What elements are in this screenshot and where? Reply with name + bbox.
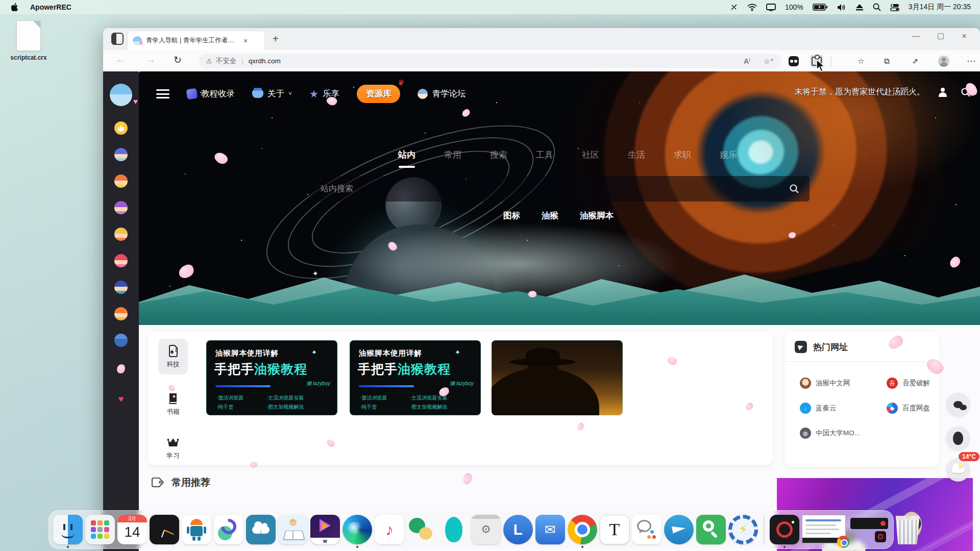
qq-contact-button[interactable] [946, 427, 970, 450]
address-bar[interactable]: ⚠ 不安全 | qxrdh.com A⁾ ☆⁺ [199, 54, 781, 68]
avatar-kid-blonde[interactable] [114, 228, 128, 241]
status-crossed-icon[interactable] [730, 2, 738, 12]
battery-icon[interactable] [813, 2, 828, 12]
photo-card[interactable] [492, 340, 623, 415]
site-search-box[interactable] [309, 176, 810, 202]
dock-messages-icon[interactable] [407, 515, 436, 544]
dock-qq-icon[interactable] [439, 515, 469, 544]
avatar-boy-navy[interactable] [114, 281, 128, 294]
tab-life[interactable]: 生活 [626, 149, 647, 161]
login-icon[interactable] [938, 88, 947, 97]
tab-search[interactable]: 搜索 [488, 149, 509, 161]
desktop-file-scriptcat[interactable]: scriptcat.crx [4, 20, 53, 61]
dock-typora-icon[interactable]: T [600, 515, 629, 544]
avatar-boy-blue[interactable] [114, 148, 128, 161]
tab-common[interactable]: 常用 [443, 149, 463, 161]
add-favorite-icon[interactable]: ☆⁺ [764, 57, 774, 65]
tab-onsite[interactable]: 站内 [397, 149, 417, 161]
avatar-photographer[interactable] [114, 334, 128, 347]
dock-search-app-icon[interactable] [696, 515, 726, 544]
dock-reader-icon[interactable] [278, 515, 308, 544]
menu-icon[interactable] [156, 89, 169, 98]
category-tech[interactable]: 科技 [158, 339, 188, 374]
nav-resources-button[interactable]: ♛ 资源库 [357, 85, 401, 103]
dock-android-tool-icon[interactable] [182, 515, 211, 544]
weather-button[interactable] [946, 458, 970, 482]
dock-music-icon[interactable]: ♪ [375, 515, 404, 544]
nav-forum[interactable]: 青学论坛 [418, 88, 465, 99]
tab-actions-icon[interactable] [111, 33, 124, 45]
dock-shield-app-icon[interactable]: ⚡ [728, 515, 758, 544]
window-maximize-button[interactable]: ▢ [937, 31, 944, 41]
dock-apowerrec-icon[interactable] [770, 515, 799, 544]
love-icon[interactable]: ♥ [118, 394, 124, 405]
avatar-girl-headband[interactable] [114, 307, 128, 320]
quick-link-icons[interactable]: 图标 [503, 210, 520, 221]
search-submit-icon[interactable] [789, 184, 799, 194]
wechat-group-button[interactable] [946, 393, 970, 416]
active-app-name[interactable]: ApowerREC [30, 3, 71, 11]
window-close-button[interactable]: × [962, 31, 967, 41]
tutorial-card-1[interactable]: 油猴脚本使用详解 ✦ 手把手油猴教程 懒 lazyboy ·激活浏览器 ·主流浏… [206, 340, 337, 415]
avatar-girl-orange[interactable] [114, 174, 128, 188]
tab-jobs[interactable]: 求职 [672, 149, 693, 161]
control-center-icon[interactable] [890, 2, 899, 12]
dock-cloud-download-icon[interactable]: ↓ [246, 515, 276, 544]
refresh-icon[interactable]: ↻ [174, 54, 182, 66]
tab-close-icon[interactable]: × [243, 37, 248, 45]
avatar-girl-pink[interactable] [114, 254, 128, 267]
tab-tools[interactable]: 工具 [534, 149, 555, 161]
category-books[interactable]: 书籍 [158, 386, 188, 422]
quick-link-tampermonkey[interactable]: 油猴 [542, 210, 558, 221]
nav-tutorials[interactable]: 教程收录 [187, 88, 235, 99]
dock-lanzou-icon[interactable]: L [503, 515, 533, 544]
petal-icon[interactable] [117, 364, 125, 373]
share-icon[interactable]: ⇗ [909, 55, 922, 68]
url-text[interactable]: qxrdh.com [249, 57, 281, 65]
new-tab-button[interactable]: + [273, 33, 279, 45]
avatar-girl-purple[interactable] [114, 201, 128, 214]
favorites-icon[interactable]: ☆ [854, 55, 868, 68]
window-minimize-button[interactable]: — [912, 31, 920, 41]
hot-link-lanzou[interactable]: ↓ 蓝奏云 [800, 403, 837, 414]
dock-media-player-icon[interactable]: w [310, 515, 340, 544]
tab-community[interactable]: 社区 [580, 149, 601, 161]
profile-avatar[interactable] [937, 55, 950, 68]
spotlight-icon[interactable] [873, 2, 881, 12]
apple-menu-icon[interactable] [11, 2, 19, 12]
user-avatar[interactable] [110, 84, 132, 106]
hot-link-mooc[interactable]: ◍ 中国大学MO... [800, 428, 860, 439]
dock-chat-icon[interactable] [632, 515, 662, 544]
volume-icon[interactable] [837, 2, 846, 12]
back-icon[interactable]: ← [115, 54, 125, 65]
nav-about[interactable]: 关于 ˅ [252, 88, 292, 99]
hot-link-52pojie[interactable]: 吾 吾爱破解 [887, 378, 930, 389]
tab-fun[interactable]: 娱乐 [718, 149, 739, 161]
dock-chrome-icon[interactable] [568, 515, 597, 544]
display-mirroring-icon[interactable] [766, 2, 776, 12]
eject-icon[interactable] [855, 2, 864, 12]
quick-link-scripts[interactable]: 油猴脚本 [580, 210, 614, 221]
hot-link-tampermonkey-cn[interactable]: 油猴中文网 [800, 378, 850, 389]
hot-link-baidu-pan[interactable]: ◆ 百度网盘 [887, 403, 930, 414]
tutorial-card-2[interactable]: 油猴脚本使用详解 ✦ 手把手油猴教程 懒 lazyboy ·激活浏览器 ·主流浏… [350, 340, 481, 415]
dock-finder-icon[interactable] [53, 515, 83, 544]
dark-reader-extension-icon[interactable] [787, 55, 800, 68]
forward-icon[interactable]: → [146, 54, 156, 65]
dock-clock-icon[interactable] [150, 515, 179, 544]
category-study[interactable]: 学习 [158, 430, 188, 466]
dock-trash-icon[interactable] [893, 515, 922, 544]
dock-calendar-icon[interactable]: 3月 14 [117, 515, 147, 544]
browser-tab[interactable]: 青学人导航 | 青年学生工作者的… × [128, 31, 264, 50]
collections-icon[interactable]: ⧉ [880, 55, 893, 68]
dock-telegram-icon[interactable] [664, 515, 694, 544]
dock-edge-icon[interactable] [342, 515, 372, 544]
menu-bar-clock[interactable]: 3月14日 周一 20:35 [909, 3, 971, 12]
settings-more-icon[interactable]: ⋯ [965, 55, 978, 68]
dock-launchpad-icon[interactable] [85, 515, 115, 544]
dock-wrench-tool-icon[interactable] [214, 515, 243, 544]
thumbs-up-icon[interactable] [114, 121, 128, 135]
dock-system-settings-icon[interactable]: ⚙ [471, 515, 501, 544]
dock-mail-icon[interactable]: ✉ [535, 515, 565, 544]
wifi-icon[interactable] [747, 2, 757, 12]
